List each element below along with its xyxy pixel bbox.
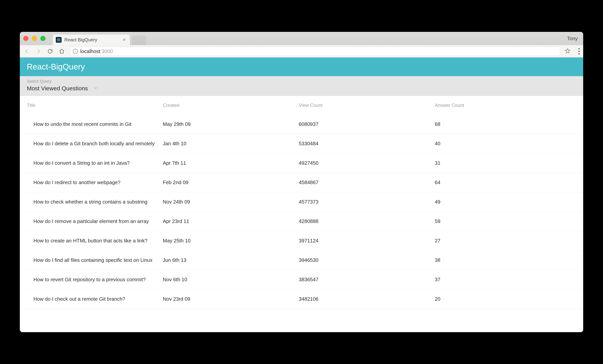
address-bar[interactable]: i localhost:3000 <box>70 47 560 56</box>
cell-answer-count: 59 <box>435 218 576 224</box>
cell-title: How do I delete a Git branch both locall… <box>27 141 163 147</box>
cell-view-count: 3946530 <box>299 257 435 263</box>
nav-forward-button[interactable] <box>35 48 42 55</box>
svg-point-3 <box>58 39 59 40</box>
col-header-view-count[interactable]: View Count <box>299 102 435 108</box>
query-panel: Select Query Most Viewed Questions <box>20 76 583 96</box>
query-label: Select Query <box>27 79 576 84</box>
table-row[interactable]: How do I remove a particular element fro… <box>20 212 583 231</box>
table-row[interactable]: How do I delete a Git branch both locall… <box>20 134 583 153</box>
cell-created: Apr 7th 11 <box>163 160 299 166</box>
window-minimize-button[interactable] <box>32 36 37 41</box>
cell-created: Apr 23rd 11 <box>163 218 299 224</box>
nav-home-button[interactable] <box>58 48 65 55</box>
tab-close-button[interactable]: × <box>123 37 126 43</box>
nav-back-button[interactable] <box>23 48 30 55</box>
table-header-row: Title Created View Count Answer Count <box>20 96 583 114</box>
cell-answer-count: 37 <box>435 277 576 283</box>
page-content: React-BigQuery Select Query Most Viewed … <box>20 57 583 332</box>
tabstrip: React BigQuery × <box>52 32 146 45</box>
table-row[interactable]: How to create an HTML button that acts l… <box>20 231 583 250</box>
url-rest: :3000 <box>100 48 113 54</box>
cell-title: How do I check out a remote Git branch? <box>27 296 163 302</box>
table-row[interactable]: How do I check out a remote Git branch?N… <box>20 289 583 309</box>
cell-view-count: 4577373 <box>299 199 435 205</box>
nav-reload-button[interactable] <box>47 48 54 55</box>
cell-created: Jun 6th 13 <box>163 257 299 263</box>
cell-answer-count: 68 <box>435 121 576 127</box>
cell-title: How do I find all files containing speci… <box>27 257 163 263</box>
window-controls <box>23 36 46 41</box>
cell-answer-count: 20 <box>435 296 576 302</box>
cell-title: How do I convert a String to an int in J… <box>27 160 163 166</box>
table-row[interactable]: How do I find all files containing speci… <box>20 250 583 270</box>
cell-view-count: 6080937 <box>299 121 435 127</box>
cell-view-count: 4927450 <box>299 160 435 166</box>
url-host: localhost <box>80 48 100 54</box>
page-bottom-space <box>20 309 583 332</box>
tab-title: React BigQuery <box>64 37 97 43</box>
cell-created: Jan 4th 10 <box>163 141 299 147</box>
site-info-icon[interactable]: i <box>73 49 78 54</box>
cell-view-count: 3836547 <box>299 277 435 283</box>
table-body: How to undo the most recent commits in G… <box>20 114 583 309</box>
cell-title: How to undo the most recent commits in G… <box>27 121 163 127</box>
cell-created: Nov 6th 10 <box>163 277 299 283</box>
browser-toolbar: i localhost:3000 <box>20 45 583 57</box>
browser-titlebar: React BigQuery × Tony <box>20 32 583 45</box>
col-header-created[interactable]: Created <box>163 102 299 108</box>
chevron-down-icon <box>93 85 98 92</box>
bookmark-star-icon[interactable] <box>565 48 570 55</box>
cell-view-count: 3971124 <box>299 238 435 244</box>
table-row[interactable]: How to undo the most recent commits in G… <box>20 114 583 134</box>
cell-answer-count: 40 <box>435 141 576 147</box>
cell-answer-count: 38 <box>435 257 576 263</box>
cell-title: How do I remove a particular element fro… <box>27 218 163 224</box>
col-header-answer-count[interactable]: Answer Count <box>435 102 576 108</box>
react-favicon-icon <box>56 37 62 43</box>
window-close-button[interactable] <box>23 36 28 41</box>
cell-created: Feb 2nd 09 <box>163 180 299 185</box>
cell-title: How to check whether a string contains a… <box>27 199 163 205</box>
cell-answer-count: 64 <box>435 180 576 185</box>
table-row[interactable]: How to check whether a string contains a… <box>20 192 583 212</box>
results-table: Title Created View Count Answer Count Ho… <box>20 96 583 309</box>
query-select[interactable]: Most Viewed Questions <box>27 85 576 92</box>
cell-view-count: 5330484 <box>299 141 435 147</box>
query-selected-text: Most Viewed Questions <box>27 85 88 92</box>
col-header-title[interactable]: Title <box>27 102 163 108</box>
browser-tab-active[interactable]: React BigQuery × <box>52 34 130 45</box>
cell-created: May 29th 09 <box>163 121 299 127</box>
browser-menu-button[interactable] <box>578 48 580 55</box>
cell-view-count: 4280888 <box>299 218 435 224</box>
window-maximize-button[interactable] <box>40 36 46 41</box>
cell-answer-count: 27 <box>435 238 576 244</box>
table-row[interactable]: How to revert Git repository to a previo… <box>20 270 583 289</box>
cell-answer-count: 49 <box>435 199 576 205</box>
cell-title: How do I redirect to another webpage? <box>27 180 163 185</box>
cell-view-count: 4584867 <box>299 180 435 185</box>
profile-name[interactable]: Tony <box>567 35 578 42</box>
app-title: React-BigQuery <box>27 62 85 71</box>
cell-view-count: 3482106 <box>299 296 435 302</box>
cell-title: How to revert Git repository to a previo… <box>27 277 163 283</box>
table-row[interactable]: How do I convert a String to an int in J… <box>20 153 583 173</box>
new-tab-button[interactable] <box>132 36 146 45</box>
cell-created: Nov 24th 09 <box>163 199 299 205</box>
cell-answer-count: 31 <box>435 160 576 166</box>
browser-window: React BigQuery × Tony i localhost:3000 <box>20 32 583 332</box>
cell-created: Nov 23rd 09 <box>163 296 299 302</box>
app-header: React-BigQuery <box>20 57 583 76</box>
table-row[interactable]: How do I redirect to another webpage?Feb… <box>20 173 583 192</box>
cell-created: May 25th 10 <box>163 238 299 244</box>
address-text: localhost:3000 <box>80 48 113 54</box>
cell-title: How to create an HTML button that acts l… <box>27 238 163 244</box>
